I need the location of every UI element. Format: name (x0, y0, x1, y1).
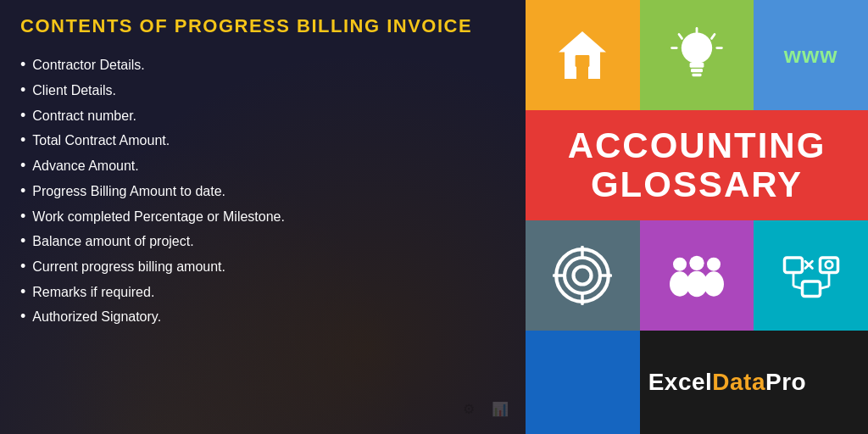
svg-point-20 (689, 256, 704, 270)
target-tile (526, 220, 640, 331)
brand-pro: Pro (765, 369, 806, 395)
glossary-text: ACCOUNTING GLOSSARY (568, 126, 826, 204)
svg-rect-25 (820, 258, 837, 273)
page-title: CONTENTS OF PROGRESS BILLING INVOICE (20, 15, 505, 37)
svg-point-12 (565, 258, 600, 293)
bg-chart-icon: 📊 (492, 401, 509, 417)
bg-gear-icon: ⚙ (463, 401, 475, 417)
svg-point-33 (825, 261, 832, 268)
list-item: Client Details. (20, 78, 505, 103)
svg-rect-24 (784, 258, 802, 273)
people-icon (663, 242, 731, 309)
list-item: Authorized Signatory. (20, 304, 505, 330)
svg-point-22 (707, 258, 721, 271)
left-panel: CONTENTS OF PROGRESS BILLING INVOICE Con… (0, 0, 526, 434)
background-decorations: ⚙ 📊 (463, 401, 509, 417)
list-item: Balance amount of project. (20, 229, 505, 254)
people-tile (640, 220, 754, 331)
house-icon (553, 25, 612, 85)
list-item: Work completed Percentage or Milestone. (20, 204, 505, 230)
svg-line-8 (711, 35, 715, 39)
strategy-icon (782, 246, 841, 305)
www-icon: www (784, 42, 838, 69)
list-item: Remarks if required. (20, 280, 505, 305)
list-item: Contract number. (20, 103, 505, 129)
brand-text: ExcelDataPro (648, 369, 807, 396)
brand-excel: Excel (648, 369, 713, 395)
bulb-icon (667, 25, 726, 85)
svg-point-2 (682, 32, 712, 63)
svg-point-13 (574, 267, 592, 285)
svg-rect-3 (690, 63, 704, 68)
svg-rect-1 (576, 55, 590, 67)
strategy-tile (754, 220, 868, 331)
svg-rect-26 (802, 281, 820, 297)
list-item: Advance Amount. (20, 153, 505, 179)
target-icon (553, 246, 612, 305)
content-list: Contractor Details.Client Details.Contra… (20, 53, 505, 330)
svg-rect-5 (692, 74, 701, 77)
svg-rect-4 (691, 69, 703, 72)
glossary-tile: ACCOUNTING GLOSSARY (526, 110, 868, 220)
house-tile (526, 0, 640, 110)
list-item: Contractor Details. (20, 53, 505, 78)
svg-point-18 (673, 258, 687, 271)
brand-tile: ExcelDataPro (640, 331, 868, 434)
blue-accent-tile (526, 331, 640, 434)
www-tile: www (754, 0, 868, 110)
list-item: Total Contract Amount. (20, 128, 505, 153)
list-item: Progress Billing Amount to date. (20, 179, 505, 204)
list-item: Current progress billing amount. (20, 254, 505, 280)
brand-data: Data (712, 369, 765, 395)
svg-point-23 (704, 271, 724, 296)
bulb-tile (640, 0, 754, 110)
svg-line-7 (679, 35, 682, 39)
right-panel: www ACCOUNTING GLOSSARY (526, 0, 868, 434)
